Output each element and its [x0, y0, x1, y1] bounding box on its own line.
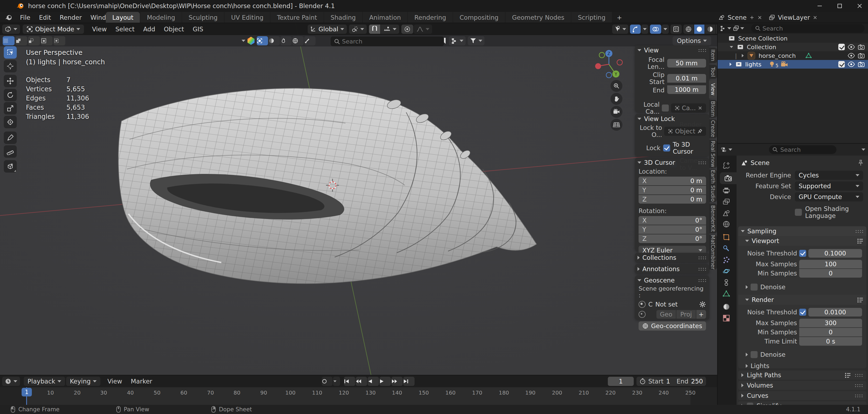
tab-world[interactable]: [722, 220, 730, 228]
cursor-rot-z[interactable]: Z0°: [639, 234, 706, 243]
feature-set-dropdown[interactable]: Supported: [795, 181, 863, 191]
outliner-row-collection[interactable]: Collection: [718, 43, 868, 51]
tool-rotate[interactable]: [4, 89, 17, 101]
preset-icon[interactable]: [857, 238, 864, 244]
playback-dropdown[interactable]: Playback: [24, 377, 65, 386]
preset-icon[interactable]: [857, 297, 864, 303]
transform-orientation-dropdown[interactable]: Global: [308, 25, 347, 34]
show-gizmo-toggle[interactable]: [630, 25, 641, 34]
tab-rendering[interactable]: Rendering: [408, 12, 452, 23]
panel-grip[interactable]: [698, 256, 707, 260]
shading-rendered-button[interactable]: [716, 25, 717, 34]
vp-menu-select[interactable]: Select: [111, 26, 139, 33]
editor-type-button[interactable]: [2, 25, 20, 34]
start-value[interactable]: 1: [666, 378, 670, 385]
r-denoise-checkbox[interactable]: [751, 351, 757, 358]
panel-grip[interactable]: [855, 230, 864, 233]
vp-denoise-checkbox[interactable]: [751, 284, 757, 291]
outliner-row-lights[interactable]: lights 5: [718, 60, 868, 68]
device-dropdown[interactable]: GPU Compute: [795, 192, 863, 202]
blenderkit-collapse-chevron[interactable]: [242, 40, 245, 42]
panel-grip[interactable]: [855, 374, 863, 377]
bk-asset-brush-button[interactable]: [304, 36, 315, 46]
vp-max-samples-field[interactable]: 100: [799, 260, 862, 268]
collection-checkbox[interactable]: [838, 44, 845, 50]
bk-asset-hdr-button[interactable]: [292, 36, 304, 46]
select-mode-extend[interactable]: [16, 36, 27, 46]
viewlayer-selector[interactable]: ViewLayer: [778, 14, 810, 21]
menu-edit[interactable]: Edit: [35, 14, 56, 21]
outliner-filter-dropdown[interactable]: [733, 25, 744, 32]
overlays-settings-dropdown[interactable]: [662, 25, 669, 34]
tab-object[interactable]: [722, 233, 730, 241]
disable-render-camera-icon[interactable]: [858, 53, 865, 59]
tab-layout[interactable]: Layout: [106, 12, 140, 23]
auto-keying-dropdown[interactable]: [333, 377, 340, 386]
play-reverse-button[interactable]: [368, 377, 379, 386]
tab-view-layer[interactable]: [722, 198, 730, 205]
viewport-3d[interactable]: Object Mode View Select Add Object GIS G…: [0, 23, 717, 375]
proportional-editing-toggle[interactable]: [401, 25, 413, 34]
geoscene-header[interactable]: Geoscene: [635, 275, 709, 285]
r-min-samples-field[interactable]: 0: [799, 328, 862, 336]
properties-options-chevron[interactable]: [862, 149, 865, 151]
breadcrumb-scene[interactable]: Scene: [751, 159, 770, 166]
npanel-tab-real-snow[interactable]: Real Snow: [709, 140, 717, 168]
tab-texture-paint[interactable]: Texture Paint: [271, 12, 323, 23]
tab-physics[interactable]: [722, 267, 730, 275]
gizmo-settings-dropdown[interactable]: [641, 25, 648, 34]
blender-menu-icon[interactable]: [5, 14, 12, 21]
r-max-samples-field[interactable]: 300: [799, 319, 862, 327]
view-panel-header[interactable]: View: [635, 46, 709, 55]
stopwatch-icon[interactable]: [640, 378, 646, 385]
shading-wireframe-button[interactable]: [683, 25, 694, 34]
disable-render-camera-icon[interactable]: [858, 44, 865, 50]
remove-viewlayer-icon[interactable]: [813, 15, 817, 20]
navigation-gizmo[interactable]: Z Y: [594, 49, 624, 80]
r-noise-field[interactable]: 0.0100: [808, 308, 862, 317]
vp-menu-view[interactable]: View: [88, 26, 111, 33]
tab-modeling[interactable]: Modeling: [141, 12, 182, 23]
outliner-row-scene-collection[interactable]: Scene Collection: [718, 34, 868, 43]
cursor-loc-x[interactable]: X0 m: [639, 177, 706, 185]
cursor-loc-z[interactable]: Z0 m: [639, 195, 706, 204]
select-mode-subtract[interactable]: [28, 36, 40, 46]
panel-grip[interactable]: [698, 267, 707, 271]
tab-object-data[interactable]: [722, 290, 730, 297]
lock-to-object-field[interactable]: Object: [664, 127, 706, 136]
proportional-falloff-dropdown[interactable]: [414, 25, 432, 34]
preset-icon[interactable]: [844, 372, 851, 378]
vp-menu-gis[interactable]: GIS: [188, 26, 208, 33]
options-dropdown[interactable]: Options: [673, 36, 711, 46]
auto-keying-toggle[interactable]: [322, 377, 333, 386]
bk-filter-dropdown[interactable]: [468, 36, 485, 46]
outliner-row-horse-conch[interactable]: | horse_conch: [718, 51, 868, 60]
local-camera-object-field[interactable]: Ca...: [671, 104, 706, 113]
view-lock-header[interactable]: View Lock: [635, 114, 709, 124]
vp-noise-checkbox[interactable]: [799, 250, 806, 257]
blenderkit-search[interactable]: [331, 36, 444, 46]
proj-button[interactable]: Proj: [676, 310, 696, 319]
disable-render-camera-icon[interactable]: [858, 61, 865, 67]
scene-selector[interactable]: Scene: [727, 14, 747, 21]
tab-uv-editing[interactable]: UV Editing: [224, 12, 270, 23]
tool-select-box[interactable]: [4, 46, 17, 59]
new-scene-icon[interactable]: [749, 15, 755, 20]
add-workspace-button[interactable]: +: [612, 14, 626, 21]
npanel-tab-item[interactable]: Item: [709, 48, 717, 63]
tab-compositing[interactable]: Compositing: [453, 12, 505, 23]
cursor-rot-y[interactable]: Y0°: [639, 225, 706, 234]
snap-settings-dropdown[interactable]: [381, 25, 399, 34]
tool-cursor[interactable]: [4, 60, 17, 72]
geo-button[interactable]: Geo: [656, 310, 676, 319]
vp-denoise-expand[interactable]: [746, 285, 748, 289]
tool-measure[interactable]: [4, 145, 17, 158]
tab-scene[interactable]: [722, 210, 730, 216]
hide-eye-icon[interactable]: [847, 61, 855, 67]
select-mode-invert[interactable]: [41, 36, 53, 46]
pin-icon[interactable]: [858, 159, 864, 166]
zoom-button[interactable]: [611, 80, 622, 92]
tab-texture[interactable]: [722, 314, 730, 322]
tool-annotate[interactable]: [4, 131, 17, 144]
panel-grip[interactable]: [855, 394, 863, 397]
